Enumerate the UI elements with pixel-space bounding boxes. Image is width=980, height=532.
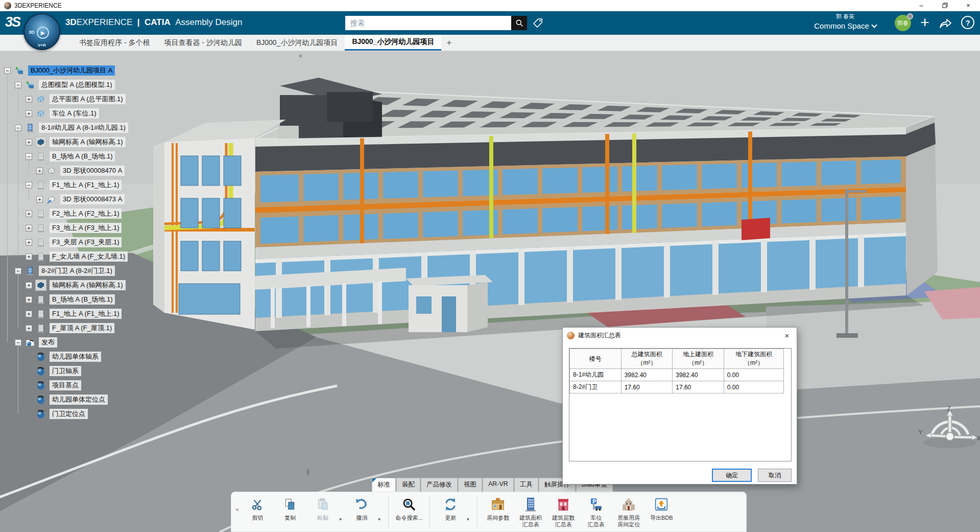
- tree-node[interactable]: 项目基点: [0, 378, 128, 392]
- minimize-button[interactable]: –: [910, 0, 933, 11]
- expand-icon[interactable]: +: [36, 196, 43, 203]
- collapse-icon[interactable]: −: [15, 268, 21, 274]
- room-params-button[interactable]: 房间参数: [482, 495, 514, 521]
- compass-icon[interactable]: 3D ▶ V+R: [23, 13, 60, 50]
- collapse-icon[interactable]: −: [15, 82, 21, 88]
- ok-button[interactable]: 确定: [712, 469, 752, 482]
- viewport-splitter[interactable]: ∥: [306, 468, 309, 475]
- building-area-summary-button[interactable]: 建筑面积汇总表: [514, 495, 547, 528]
- expand-icon[interactable]: +: [26, 253, 32, 260]
- tree-node[interactable]: +3D 形状00008470 A: [0, 164, 128, 178]
- residential-room-locate-button[interactable]: 居服用房房间定位: [612, 495, 645, 528]
- new-tab-button[interactable]: +: [441, 35, 457, 51]
- collapse-icon[interactable]: −: [15, 125, 21, 131]
- cancel-button[interactable]: 取消: [758, 469, 792, 482]
- tree-node[interactable]: −8-2#门卫 A (8-2#门卫.1): [0, 264, 128, 278]
- dialog-title: 建筑面积汇总表: [578, 331, 621, 340]
- share-button[interactable]: [939, 17, 952, 31]
- close-button[interactable]: ×: [957, 0, 980, 11]
- tree-node[interactable]: −B_场地 A (B_场地.1): [0, 149, 128, 164]
- expand-icon[interactable]: +: [26, 96, 32, 103]
- tree-node[interactable]: −F1_地上 A (F1_地上.1): [0, 178, 128, 192]
- collapse-icon[interactable]: −: [15, 339, 21, 346]
- tree-node[interactable]: −发布: [0, 335, 128, 350]
- dropdown-arrow-icon[interactable]: ▾: [467, 505, 473, 522]
- table-row[interactable]: 8-2#门卫17.6017.600.00: [570, 381, 784, 394]
- expand-icon[interactable]: +: [26, 211, 32, 217]
- tree-node[interactable]: +总平面图 A (总平面图.1): [0, 92, 128, 106]
- tree-node[interactable]: 幼儿园单体轴系: [0, 350, 128, 364]
- tree-node[interactable]: +F2_地上 A (F2_地上.1): [0, 206, 128, 221]
- expand-icon[interactable]: +: [36, 168, 43, 174]
- collapse-icon[interactable]: −: [26, 153, 32, 160]
- expand-icon[interactable]: +: [26, 139, 32, 146]
- document-tab[interactable]: BJ000_小沙河幼儿园项目: [345, 35, 441, 51]
- tag-icon[interactable]: [532, 17, 543, 31]
- assembly-icon: [14, 65, 25, 76]
- dialog-titlebar[interactable]: 建筑面积汇总表 ×: [563, 328, 797, 343]
- table-row[interactable]: 8-1#幼儿园3982.403982.400.00: [570, 369, 784, 381]
- expand-icon[interactable]: +: [26, 325, 32, 332]
- tree-node[interactable]: −8-1#幼儿园 A (8-1#幼儿园.1): [0, 121, 128, 135]
- restore-button[interactable]: [933, 0, 957, 11]
- tree-node[interactable]: +F_女儿墙 A (F_女儿墙.1): [0, 249, 128, 264]
- ribbon-tab[interactable]: 产品修改: [421, 478, 458, 492]
- tree-node[interactable]: +F3_夹层 A (F3_夹层.1): [0, 235, 128, 249]
- axis-triad[interactable]: Z Y X: [918, 405, 980, 458]
- tree-node[interactable]: 门卫轴系: [0, 364, 128, 378]
- export-bdb-button[interactable]: 导出BDB: [645, 495, 678, 521]
- copy-button[interactable]: 复制: [274, 495, 306, 521]
- ribbon-tab[interactable]: 标准: [372, 478, 396, 492]
- tree-node[interactable]: −BJ000_小沙河幼儿园项目 A: [0, 63, 128, 78]
- cut-button[interactable]: 剪切: [241, 495, 274, 521]
- search-button[interactable]: [511, 16, 527, 30]
- command-search-button[interactable]: 命令搜索...: [393, 495, 425, 521]
- expand-icon[interactable]: +: [26, 110, 32, 117]
- dropdown-arrow-icon[interactable]: ▾: [378, 505, 384, 522]
- collapse-icon[interactable]: −: [4, 67, 11, 74]
- ribbon-tab[interactable]: 视图: [458, 478, 482, 492]
- ribbon-tab[interactable]: 工具: [514, 478, 538, 492]
- expand-icon[interactable]: +: [26, 225, 32, 232]
- collapse-icon[interactable]: −: [26, 182, 32, 189]
- tree-node[interactable]: +3D 形状00008473 A: [0, 192, 128, 206]
- tree-node[interactable]: +F_屋顶 A (F_屋顶.1): [0, 321, 128, 335]
- part-dark-icon: [35, 280, 46, 291]
- expand-icon[interactable]: +: [26, 296, 32, 303]
- building-blue-icon: [25, 122, 36, 133]
- ribbon-collapse-chevron[interactable]: «: [234, 495, 241, 513]
- tree-node[interactable]: −总图模型 A (总图模型.1): [0, 78, 128, 92]
- tree-node[interactable]: 幼儿园单体定位点: [0, 392, 128, 407]
- tree-node[interactable]: 门卫定位点: [0, 407, 128, 421]
- search-input[interactable]: [345, 16, 511, 30]
- document-tab[interactable]: 书签应用程序 - 多个根: [72, 35, 157, 51]
- tree-node-label: 项目基点: [50, 380, 81, 390]
- 3d-viewport[interactable]: « ∥ −BJ000_小沙河幼儿园项目 A−总图模型 A (总图模型.1)+总平…: [0, 51, 980, 532]
- parking-summary-button[interactable]: P车位汇总表: [580, 495, 612, 528]
- help-button[interactable]: ?: [961, 16, 974, 29]
- tree-node[interactable]: +车位 A (车位.1): [0, 106, 128, 121]
- ribbon-tab[interactable]: 装配: [396, 478, 420, 492]
- tree-node[interactable]: +F1_地上 A (F1_地上.1): [0, 307, 128, 321]
- expand-icon[interactable]: +: [26, 239, 32, 246]
- tree-node-label: B_场地 A (B_场地.1): [50, 294, 115, 305]
- user-space-block[interactable]: 郭 春英 Common Space: [799, 13, 891, 30]
- tree-node[interactable]: +轴网标高 A (轴网标高.1): [0, 278, 128, 292]
- dialog-close-button[interactable]: ×: [781, 331, 793, 340]
- tree-node[interactable]: +轴网标高 A (轴网标高.1): [0, 135, 128, 149]
- 3d-viewport-scene[interactable]: [0, 51, 980, 532]
- tree-node[interactable]: +B_场地 A (B_场地.1): [0, 292, 128, 307]
- add-content-button[interactable]: +: [917, 14, 933, 32]
- tree-panel-splitter[interactable]: «: [299, 52, 301, 59]
- document-tab[interactable]: BJ000_小沙河幼儿园项目: [249, 35, 345, 51]
- update-button[interactable]: 更新: [434, 495, 467, 521]
- ribbon-tab[interactable]: AR-VR: [483, 478, 514, 492]
- document-tab[interactable]: 项目查看器 - 沙河幼儿园: [157, 35, 249, 51]
- expand-icon[interactable]: +: [26, 282, 32, 289]
- dropdown-arrow-icon[interactable]: ▾: [339, 505, 345, 522]
- expand-icon[interactable]: +: [26, 311, 32, 317]
- tree-node[interactable]: +F3_地上 A (F3_地上.1): [0, 221, 128, 235]
- undo-button[interactable]: 撤消: [345, 495, 378, 521]
- tree-node-label: B_场地 A (B_场地.1): [50, 151, 115, 161]
- building-floors-summary-button[interactable]: 建筑层数汇总表: [547, 495, 580, 528]
